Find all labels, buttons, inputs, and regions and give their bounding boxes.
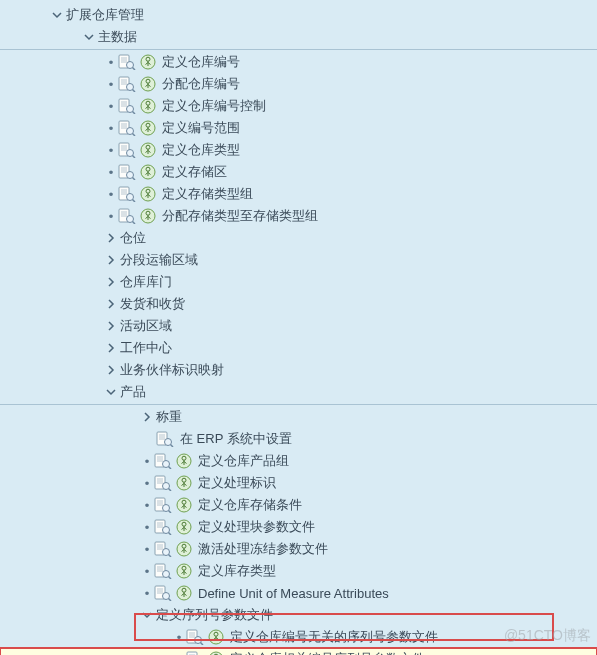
document-icon[interactable] <box>118 54 136 70</box>
document-icon[interactable] <box>118 142 136 158</box>
document-icon[interactable] <box>154 519 172 535</box>
tree-root: 扩展仓库管理主数据•定义仓库编号•分配仓库编号•定义仓库编号控制•定义编号范围•… <box>0 0 597 655</box>
bullet-icon: • <box>140 564 154 578</box>
tree-row[interactable]: 活动区域 <box>0 315 597 337</box>
document-icon[interactable] <box>118 76 136 92</box>
chevron-right-icon[interactable] <box>104 363 118 377</box>
tree-row[interactable]: •定义仓库存储条件 <box>0 494 597 516</box>
tree-row[interactable]: 发货和收货 <box>0 293 597 315</box>
tree-row[interactable]: •激活处理冻结参数文件 <box>0 538 597 560</box>
bullet-icon: • <box>140 498 154 512</box>
tree-row[interactable]: 仓位 <box>0 227 597 249</box>
tree-item-label: 扩展仓库管理 <box>66 6 144 24</box>
chevron-down-icon[interactable] <box>104 385 118 399</box>
tree-row[interactable]: 称重 <box>0 406 597 428</box>
document-icon[interactable] <box>154 541 172 557</box>
execute-icon[interactable] <box>208 651 224 655</box>
tree-row[interactable]: 主数据 <box>0 26 597 48</box>
tree-row[interactable]: •定义仓库相关编号序列号参数文件 <box>0 648 597 655</box>
tree-row[interactable]: 仓库库门 <box>0 271 597 293</box>
execute-icon[interactable] <box>140 76 156 92</box>
document-icon[interactable] <box>186 651 204 655</box>
document-icon[interactable] <box>118 208 136 224</box>
tree-row[interactable]: •分配存储类型至存储类型组 <box>0 205 597 227</box>
bullet-icon: • <box>140 454 154 468</box>
execute-icon[interactable] <box>176 563 192 579</box>
bullet-icon: • <box>104 121 118 135</box>
tree-row[interactable]: •定义仓库编号控制 <box>0 95 597 117</box>
tree-row[interactable]: •定义仓库产品组 <box>0 450 597 472</box>
tree-item-label: 定义仓库产品组 <box>198 452 289 470</box>
tree-row[interactable]: •定义处理标识 <box>0 472 597 494</box>
execute-icon[interactable] <box>140 142 156 158</box>
tree-item-label: 主数据 <box>98 28 137 46</box>
document-icon[interactable] <box>154 475 172 491</box>
chevron-down-icon[interactable] <box>50 8 64 22</box>
document-icon[interactable] <box>118 120 136 136</box>
tree-item-label: 定义仓库编号 <box>162 53 240 71</box>
tree-item-label: 活动区域 <box>120 317 172 335</box>
tree-row[interactable]: •定义仓库类型 <box>0 139 597 161</box>
execute-icon[interactable] <box>176 541 192 557</box>
tree-item-label: 分段运输区域 <box>120 251 198 269</box>
tree-row[interactable]: •定义存储区 <box>0 161 597 183</box>
execute-icon[interactable] <box>176 519 192 535</box>
bullet-icon: • <box>104 143 118 157</box>
execute-icon[interactable] <box>140 164 156 180</box>
tree-item-label: 定义编号范围 <box>162 119 240 137</box>
execute-icon[interactable] <box>140 208 156 224</box>
chevron-right-icon[interactable] <box>104 297 118 311</box>
chevron-right-icon[interactable] <box>104 231 118 245</box>
execute-icon[interactable] <box>176 497 192 513</box>
chevron-down-icon[interactable] <box>82 30 96 44</box>
execute-icon[interactable] <box>208 629 224 645</box>
tree-row[interactable]: 分段运输区域 <box>0 249 597 271</box>
chevron-right-icon[interactable] <box>140 410 154 424</box>
tree-item-label: 分配存储类型至存储类型组 <box>162 207 318 225</box>
document-icon[interactable] <box>154 563 172 579</box>
chevron-right-icon[interactable] <box>104 253 118 267</box>
document-icon[interactable] <box>118 186 136 202</box>
tree-row[interactable]: •定义仓库编号无关的序列号参数文件 <box>0 626 597 648</box>
document-icon[interactable] <box>186 629 204 645</box>
tree-row[interactable]: 工作中心 <box>0 337 597 359</box>
tree-item-label: Define Unit of Measure Attributes <box>198 586 389 601</box>
chevron-right-icon[interactable] <box>104 341 118 355</box>
execute-icon[interactable] <box>140 186 156 202</box>
document-icon[interactable] <box>154 453 172 469</box>
chevron-right-icon[interactable] <box>104 275 118 289</box>
tree-row[interactable]: •定义库存类型 <box>0 560 597 582</box>
tree-row[interactable]: •定义编号范围 <box>0 117 597 139</box>
chevron-right-icon[interactable] <box>104 319 118 333</box>
tree-row[interactable]: 扩展仓库管理 <box>0 4 597 26</box>
tree-row[interactable]: 定义序列号参数文件 <box>0 604 597 626</box>
execute-icon[interactable] <box>140 54 156 70</box>
document-icon[interactable] <box>118 98 136 114</box>
tree-row[interactable]: •定义处理块参数文件 <box>0 516 597 538</box>
tree-item-label: 定义存储类型组 <box>162 185 253 203</box>
execute-icon[interactable] <box>176 585 192 601</box>
document-icon[interactable] <box>156 431 174 447</box>
tree-row[interactable]: 业务伙伴标识映射 <box>0 359 597 381</box>
document-icon[interactable] <box>154 497 172 513</box>
bullet-icon: • <box>104 209 118 223</box>
execute-icon[interactable] <box>176 475 192 491</box>
bullet-icon: • <box>104 165 118 179</box>
tree-row[interactable]: •Define Unit of Measure Attributes <box>0 582 597 604</box>
tree-row[interactable]: 在 ERP 系统中设置 <box>0 428 597 450</box>
tree-item-label: 工作中心 <box>120 339 172 357</box>
tree-row[interactable]: •定义存储类型组 <box>0 183 597 205</box>
tree-item-label: 定义处理标识 <box>198 474 276 492</box>
chevron-down-icon[interactable] <box>140 608 154 622</box>
tree-item-label: 定义处理块参数文件 <box>198 518 315 536</box>
execute-icon[interactable] <box>140 120 156 136</box>
tree-row[interactable]: •分配仓库编号 <box>0 73 597 95</box>
tree-item-label: 仓位 <box>120 229 146 247</box>
document-icon[interactable] <box>154 585 172 601</box>
tree-row[interactable]: 产品 <box>0 381 597 403</box>
execute-icon[interactable] <box>140 98 156 114</box>
execute-icon[interactable] <box>176 453 192 469</box>
bullet-icon: • <box>104 187 118 201</box>
tree-row[interactable]: •定义仓库编号 <box>0 51 597 73</box>
document-icon[interactable] <box>118 164 136 180</box>
